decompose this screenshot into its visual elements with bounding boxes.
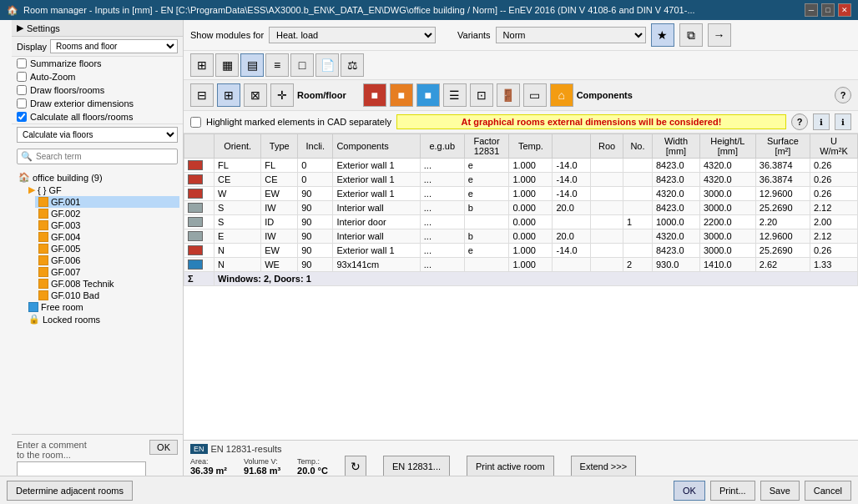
- comp-icon4[interactable]: ☰: [443, 83, 467, 107]
- col-roo[interactable]: Roo: [591, 134, 623, 159]
- table-row[interactable]: S ID 90 Interior door ... 0.000 1 1000.0…: [184, 215, 858, 229]
- exterior-checkbox[interactable]: [17, 98, 27, 108]
- tree-room-gf-003[interactable]: GF.003: [35, 219, 179, 231]
- doc-icon-btn[interactable]: 📄: [315, 53, 339, 77]
- chart-icon-btn[interactable]: ▤: [240, 53, 264, 77]
- col-type[interactable]: Type: [261, 134, 298, 159]
- calc-select[interactable]: Calculate via floors Calculate all: [17, 127, 178, 143]
- maximize-button[interactable]: □: [821, 3, 835, 17]
- copy-button[interactable]: ⧉: [679, 23, 703, 47]
- cell-width: 1000.0: [652, 215, 699, 229]
- highlight-checkbox[interactable]: [190, 117, 201, 128]
- adjacent-rooms-button[interactable]: Determine adjacent rooms: [7, 481, 133, 501]
- box-icon-btn[interactable]: □: [290, 53, 314, 77]
- tree-root[interactable]: 🏠 office building (9): [15, 171, 179, 184]
- col-no[interactable]: No.: [623, 134, 653, 159]
- comp-icon3[interactable]: ■: [416, 83, 440, 107]
- tree-room-gf-010 bad[interactable]: GF.010 Bad: [35, 290, 179, 301]
- cell-roo: [591, 173, 623, 187]
- ok-button[interactable]: OK: [674, 481, 705, 501]
- room-floor-icon4[interactable]: ✛: [270, 83, 294, 107]
- room-floor-icon3[interactable]: ⊠: [244, 83, 267, 107]
- comp-icon5[interactable]: ⊡: [470, 83, 493, 107]
- print-active-button[interactable]: Print active room: [467, 456, 554, 477]
- en12831-button[interactable]: EN 12831...: [383, 456, 450, 477]
- refresh-button[interactable]: ↻: [345, 456, 366, 477]
- autozoom-checkbox[interactable]: [17, 72, 27, 82]
- comp-icon1[interactable]: ■: [363, 83, 386, 107]
- comp-icon2[interactable]: ■: [390, 83, 413, 107]
- save-button[interactable]: Save: [760, 481, 800, 501]
- tree-room-gf-006[interactable]: GF.006: [35, 255, 179, 266]
- col-width[interactable]: Width[mm]: [652, 134, 699, 159]
- help-button-2[interactable]: ?: [791, 113, 808, 130]
- table-row[interactable]: N EW 90 Exterior wall 1 ... e 1.000 -14.…: [184, 244, 858, 258]
- checkbox-exterior: Draw exterior dimensions: [12, 97, 183, 110]
- room-label: GF.001: [51, 197, 80, 207]
- tree-locked-rooms[interactable]: 🔒 Locked rooms: [25, 313, 179, 325]
- room-floor-icon2[interactable]: ⊞: [217, 83, 240, 107]
- col-orient[interactable]: Orient.: [214, 134, 261, 159]
- table-row[interactable]: CE CE 0 Exterior wall 1 ... e 1.000 -14.…: [184, 173, 858, 187]
- cancel-button[interactable]: Cancel: [805, 481, 851, 501]
- variants-select[interactable]: Norm: [496, 27, 646, 43]
- table-row[interactable]: ΣWindows: 2, Doors: 1: [184, 272, 858, 286]
- tree-room-gf-001[interactable]: GF.001: [35, 196, 179, 208]
- cell-factor: 1.000: [509, 244, 553, 258]
- modules-select[interactable]: Heat. load Cooling: [269, 27, 436, 43]
- tree-room-gf-007[interactable]: GF.007: [35, 266, 179, 278]
- table-row[interactable]: N WE 90 93x141cm ... 1.000 2 930.0 1410.…: [184, 258, 858, 272]
- cell-surface: 2.20: [755, 215, 810, 229]
- comp-icon6[interactable]: 🚪: [497, 83, 520, 107]
- search-box[interactable]: 🔍: [17, 149, 178, 164]
- comp-icon7[interactable]: ▭: [523, 83, 547, 107]
- search-input[interactable]: [36, 152, 174, 161]
- summarize-checkbox[interactable]: [17, 58, 27, 68]
- scale-icon-btn[interactable]: ⚖: [341, 53, 364, 77]
- help-button[interactable]: ?: [835, 87, 851, 103]
- grid-icon-btn[interactable]: ⊞: [190, 53, 214, 77]
- table-row[interactable]: W EW 90 Exterior wall 1 ... e 1.000 -14.…: [184, 187, 858, 201]
- cell-type: EW: [261, 244, 298, 258]
- tree-room-gf-004[interactable]: GF.004: [35, 231, 179, 243]
- tree-room-gf-005[interactable]: GF.005: [35, 243, 179, 255]
- minimize-button[interactable]: ─: [805, 3, 818, 17]
- print-button[interactable]: Print...: [710, 481, 755, 501]
- col-incli[interactable]: Incli.: [298, 134, 333, 159]
- display-select[interactable]: Rooms and floor Rooms only Floor only: [50, 39, 178, 53]
- table-row[interactable]: FL FL 0 Exterior wall 1 ... e 1.000 -14.…: [184, 159, 858, 173]
- cell-orient: N: [214, 258, 261, 272]
- cell-u: 1.33: [810, 258, 857, 272]
- star-button[interactable]: ★: [651, 23, 674, 47]
- tree-free-room[interactable]: Free room: [25, 301, 179, 313]
- info-button-2[interactable]: ℹ: [835, 113, 851, 130]
- title-bar: 🏠 Room manager - Inputs in [mm] - EN [C:…: [0, 0, 858, 20]
- col-surface[interactable]: Surface[m²]: [755, 134, 810, 159]
- tree-floor-gf[interactable]: ▶ { } GF: [25, 184, 179, 196]
- table-icon-btn[interactable]: ▦: [215, 53, 239, 77]
- table-row[interactable]: S IW 90 Interior wall ... b 0.000 20.0 8…: [184, 201, 858, 215]
- calc-all-checkbox[interactable]: [17, 112, 27, 122]
- tree-room-gf-008 technik[interactable]: GF.008 Technik: [35, 278, 179, 290]
- cell-orient: N: [214, 244, 261, 258]
- col-factor[interactable]: Factor12831: [464, 134, 509, 159]
- close-button[interactable]: ✕: [838, 3, 851, 17]
- col-height[interactable]: Height/L[mm]: [699, 134, 755, 159]
- room-floor-icon1[interactable]: ⊟: [190, 83, 214, 107]
- table-row[interactable]: E IW 90 Interior wall ... b 0.000 20.0 4…: [184, 229, 858, 244]
- comment-ok-button[interactable]: OK: [149, 440, 178, 455]
- draw-floors-checkbox[interactable]: [17, 85, 27, 95]
- tree-room-gf-002[interactable]: GF.002: [35, 208, 179, 219]
- info-button-1[interactable]: ℹ: [813, 113, 830, 130]
- col-egub[interactable]: e.g.ub: [420, 134, 464, 159]
- extend-button[interactable]: Extend >>>: [571, 456, 637, 477]
- col-components[interactable]: Components: [333, 134, 420, 159]
- cell-factor: 1.000: [509, 173, 553, 187]
- arrow-button[interactable]: →: [708, 23, 731, 47]
- cell-height: 3000.0: [699, 244, 755, 258]
- comp-icon8[interactable]: ⌂: [550, 83, 573, 107]
- lines-icon-btn[interactable]: ≡: [265, 53, 289, 77]
- col-u[interactable]: UW/m²K: [810, 134, 857, 159]
- col-temp[interactable]: Temp.: [509, 134, 553, 159]
- display-label: Display: [17, 42, 47, 52]
